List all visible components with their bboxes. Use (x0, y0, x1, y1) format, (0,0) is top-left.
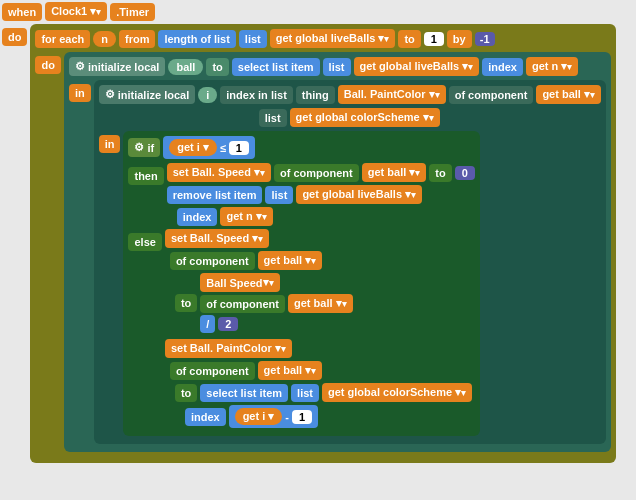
get-global-colorscheme-1[interactable]: get global colorScheme ▾ (290, 108, 440, 127)
index-paintcolor-row: index get i ▾ - (185, 405, 472, 428)
init-i-block[interactable]: ⚙ initialize local (99, 85, 196, 104)
ball-var-block[interactable]: ball (168, 59, 203, 75)
of-comp-1-block: of component (274, 164, 359, 182)
for-each-label: for each (41, 33, 84, 45)
list-kw3-block: list (259, 109, 287, 127)
for-each-block: for each (35, 30, 90, 48)
then-content: set Ball. Speed ▾ of component get b (167, 163, 475, 226)
remove-list-block[interactable]: remove list item (167, 186, 263, 204)
thing-kw-block: thing (296, 86, 335, 104)
select-list-2-block[interactable]: select list item (200, 384, 288, 402)
do-block: do (2, 28, 27, 46)
get-ball-5-label: get ball ▾ (264, 364, 312, 377)
by-num[interactable]: -1 (475, 32, 495, 46)
index-kw-block: index (482, 58, 523, 76)
set-ball-speed-1-label: set Ball. Speed ▾ (173, 166, 260, 179)
to-kw3-block: to (175, 294, 197, 312)
divide-block[interactable]: / (200, 315, 215, 333)
when-block: when (2, 3, 42, 21)
then-block: then (128, 167, 163, 185)
else-label: else (134, 236, 155, 248)
get-i-block[interactable]: get i ▾ (169, 139, 217, 156)
set-ball-paintcolor-block[interactable]: set Ball. PaintColor ▾ (165, 339, 292, 358)
thing-kw-label: thing (302, 89, 329, 101)
remove-list-label: remove list item (173, 189, 257, 201)
get-ball-1-block[interactable]: get ball ▾ (536, 85, 601, 104)
to-kw4-label: to (181, 387, 191, 399)
init-ball-block[interactable]: ⚙ initialize local (69, 57, 166, 76)
select-list-2-label: select list item (206, 387, 282, 399)
gear-icon-if: ⚙ (134, 141, 144, 154)
get-global-liveballs-2[interactable]: get global liveBalls ▾ (354, 57, 480, 76)
to-kw3-label: to (181, 297, 191, 309)
index-kw-label: index (488, 61, 517, 73)
index-kw2-label: index (183, 211, 212, 223)
in-label: in (75, 87, 85, 99)
get-n-label: get n ▾ (532, 60, 567, 73)
to-kw4-block: to (175, 384, 197, 402)
get-global-colorscheme-1-label: get global colorScheme ▾ (296, 111, 429, 124)
to-kw2-block: to (429, 164, 451, 182)
i-var-block[interactable]: i (198, 87, 217, 103)
n-var: n (101, 33, 108, 45)
set-ball-paintcolor-label: set Ball. PaintColor ▾ (171, 342, 281, 355)
do-section: do for each n from length of list (2, 24, 616, 463)
index-kw3-block: index (185, 408, 226, 426)
ball-paintcolor-block[interactable]: Ball. PaintColor ▾ (338, 85, 446, 104)
get-global-liveballs-3-label: get global liveBalls ▾ (302, 188, 411, 201)
zero-num[interactable]: 0 (455, 166, 475, 180)
get-ball-3-block[interactable]: get ball ▾ (258, 251, 323, 270)
of-comp-3-block: of component (200, 295, 285, 313)
by-kw-block: by (447, 30, 472, 48)
one-num[interactable]: 1 (229, 141, 249, 155)
from-label: from (125, 33, 149, 45)
if-row: ⚙ if get i ▾ ≤ (128, 136, 474, 159)
set-ball-speed-2[interactable]: set Ball. Speed ▾ (165, 229, 269, 248)
list-kw3-label: list (265, 112, 281, 124)
minus-block[interactable]: get i ▾ - 1 (229, 405, 318, 428)
one-num-2[interactable]: 1 (292, 410, 312, 424)
select-list-item-block[interactable]: select list item (232, 58, 320, 76)
init-i-row: ⚙ initialize local i index in list (99, 85, 601, 104)
of-comp-1-label: of component (280, 167, 353, 179)
for-each-row: for each n from length of list list (35, 29, 610, 48)
set-speed-1-row: set Ball. Speed ▾ of component get b (167, 163, 475, 182)
of-comp-3-label: of component (206, 298, 279, 310)
timer-block: .Timer (110, 3, 155, 21)
if-block: ⚙ if (128, 138, 160, 157)
if-container: ⚙ if get i ▾ ≤ (123, 131, 479, 436)
do-label: do (8, 31, 21, 43)
to-num[interactable]: 1 (424, 32, 444, 46)
get-global-liveballs-1[interactable]: get global liveBalls ▾ (270, 29, 396, 48)
of-comp-4-block: of component (170, 362, 255, 380)
get-n-block[interactable]: get n ▾ (526, 57, 578, 76)
set-ball-speed-2-label: set Ball. Speed ▾ (171, 232, 258, 245)
get-n-2-block[interactable]: get n ▾ (220, 207, 272, 226)
index-in-list-block[interactable]: index in list (220, 86, 293, 104)
get-ball-2-block[interactable]: get ball ▾ (362, 163, 427, 182)
lte-block[interactable]: get i ▾ ≤ 1 (163, 136, 255, 159)
index-kw3-label: index (191, 411, 220, 423)
in-if-label: in (105, 138, 115, 150)
length-of-list-block[interactable]: length of list (158, 30, 235, 48)
get-ball-5-block[interactable]: get ball ▾ (258, 361, 323, 380)
of-component-i-block: of component (449, 86, 534, 104)
get-global-liveballs-3[interactable]: get global liveBalls ▾ (296, 185, 422, 204)
list-kw5-block: list (291, 384, 319, 402)
get-global-colorscheme-2-label: get global colorScheme ▾ (328, 386, 461, 399)
of-comp-speed-row: of component get ball ▾ (200, 294, 352, 313)
lte-op: ≤ (220, 142, 226, 154)
set-ball-speed-1[interactable]: set Ball. Speed ▾ (167, 163, 271, 182)
clock1-block[interactable]: Clock1 ▾ (45, 2, 107, 21)
to-kw2-label: to (435, 167, 445, 179)
main-wrapper: when Clock1 ▾ .Timer do for each (2, 2, 616, 463)
get-global-colorscheme-2[interactable]: get global colorScheme ▾ (322, 383, 472, 402)
n-var-block[interactable]: n (93, 31, 116, 47)
two-num[interactable]: 2 (218, 317, 238, 331)
get-ball-4-block[interactable]: get ball ▾ (288, 294, 353, 313)
get-i-2-block[interactable]: get i ▾ (235, 408, 283, 425)
list-kw2-label: list (329, 61, 345, 73)
ball-speed-of-block[interactable]: Ball Speed ▾ (200, 273, 279, 292)
of-comp-2-block: of component (170, 252, 255, 270)
do-inner-label: do (41, 59, 54, 71)
